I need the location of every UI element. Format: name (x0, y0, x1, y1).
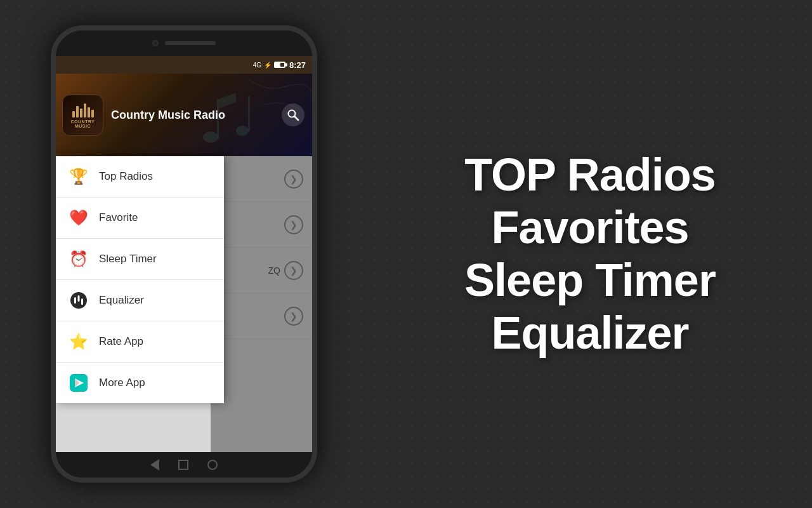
feature-line-2: Favorites (464, 201, 716, 254)
feature-line-3: Sleep Timer (464, 254, 716, 307)
menu-label-more-app: More App (99, 377, 145, 389)
svg-rect-9 (81, 298, 83, 305)
search-button[interactable] (282, 104, 304, 126)
feature-line-1: TOP Radios (464, 149, 716, 201)
phone-screen: 4G ⚡ 8:27 (56, 56, 312, 452)
menu-item-more-app[interactable]: More App (56, 363, 224, 403)
menu-label-top-radios: Top Radios (99, 170, 153, 183)
logo-text: COUNTRYMUSIC (71, 119, 95, 128)
trophy-icon: 🏆 (69, 166, 89, 187)
app-title-text: Country Music Radio (111, 109, 225, 122)
svg-point-0 (203, 131, 218, 143)
signal-icon: 4G (253, 62, 261, 69)
menu-item-rate-app[interactable]: ⭐ Rate App (56, 321, 224, 363)
drawer-menu: 🏆 Top Radios ❤️ Favorite ⏰ Sleep Timer (56, 156, 224, 403)
equalizer-icon (69, 290, 89, 311)
heart-icon: ❤️ (69, 208, 89, 228)
recents-nav-button (207, 460, 218, 470)
menu-item-top-radios[interactable]: 🏆 Top Radios (56, 156, 224, 197)
feature-line-4: Equalizer (464, 307, 716, 359)
phone-bottom-bezel (56, 452, 312, 478)
status-bar: 4G ⚡ 8:27 (56, 56, 312, 74)
status-time: 8:27 (289, 60, 306, 70)
app-header: COUNTRYMUSIC Country Music Radio (56, 74, 312, 156)
alarm-icon: ⏰ (69, 249, 89, 269)
svg-rect-3 (248, 96, 250, 131)
right-panel: TOP Radios Favorites Sleep Timer Equaliz… (368, 0, 812, 508)
home-nav-button (178, 460, 188, 470)
feature-text: TOP Radios Favorites Sleep Timer Equaliz… (464, 149, 716, 359)
menu-label-equalizer: Equalizer (99, 294, 144, 307)
menu-item-equalizer[interactable]: Equalizer (56, 280, 224, 321)
svg-line-5 (294, 116, 298, 120)
search-icon (287, 109, 299, 121)
logo-bars (72, 102, 94, 117)
svg-point-2 (236, 126, 249, 136)
phone-speaker (165, 41, 216, 45)
drawer-overlay (211, 156, 312, 452)
play-store-icon (69, 373, 89, 393)
phone-mockup: 4G ⚡ 8:27 (51, 25, 317, 483)
left-panel: 4G ⚡ 8:27 (0, 0, 368, 508)
svg-rect-8 (78, 295, 80, 302)
lightning-icon: ⚡ (264, 62, 272, 69)
menu-label-favorite: Favorite (99, 211, 138, 224)
star-icon: ⭐ (69, 331, 89, 352)
svg-rect-7 (74, 297, 76, 304)
menu-label-rate-app: Rate App (99, 335, 143, 348)
back-nav-button (150, 459, 159, 471)
status-icons: 4G ⚡ (253, 62, 285, 69)
app-title: Country Music Radio (111, 109, 225, 122)
phone-camera (152, 40, 159, 46)
app-logo: COUNTRYMUSIC (62, 95, 103, 136)
menu-item-favorite[interactable]: ❤️ Favorite (56, 197, 224, 239)
battery-icon (274, 62, 285, 68)
menu-label-sleep-timer: Sleep Timer (99, 253, 157, 265)
menu-item-sleep-timer[interactable]: ⏰ Sleep Timer (56, 239, 224, 280)
phone-top-bezel (56, 30, 312, 56)
